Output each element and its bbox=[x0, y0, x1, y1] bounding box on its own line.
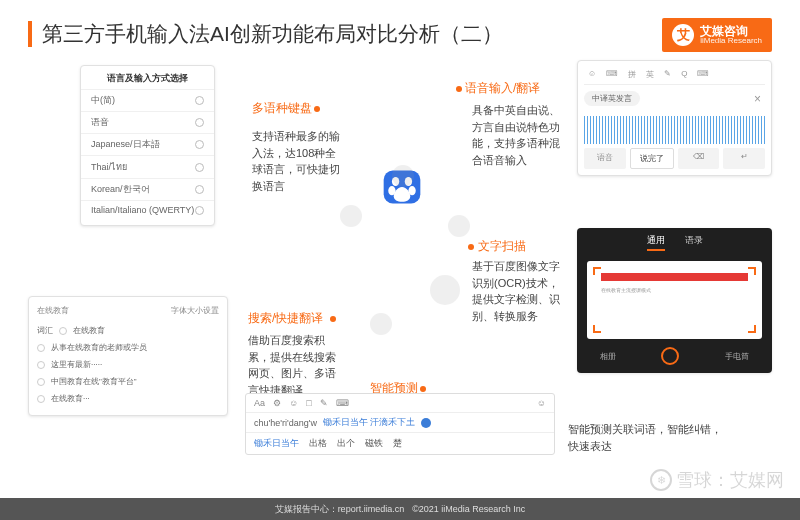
icon[interactable]: Aa bbox=[254, 398, 265, 408]
list-item[interactable]: 语音 bbox=[81, 111, 214, 133]
brand-en: iiMedia Research bbox=[700, 37, 762, 45]
radio-icon[interactable] bbox=[195, 206, 204, 215]
footer: 艾媒报告中心：report.iimedia.cn ©2021 iiMedia R… bbox=[0, 498, 800, 520]
tab-general[interactable]: 通用 bbox=[647, 234, 665, 251]
candidate-item[interactable]: 楚 bbox=[393, 437, 402, 450]
feature-search-label: 搜索/快捷翻译 bbox=[248, 310, 323, 327]
icon[interactable]: □ bbox=[306, 398, 311, 408]
dot-icon bbox=[456, 86, 462, 92]
candidate-item[interactable]: 出个 bbox=[337, 437, 355, 450]
network-graphic bbox=[340, 165, 470, 335]
feature-voice-desc: 具备中英自由说、方言自由说特色功能，支持多语种混合语音输入 bbox=[472, 102, 562, 168]
tab-emoji-icon[interactable]: ☺ bbox=[588, 69, 596, 80]
list-item[interactable]: 中(简) bbox=[81, 89, 214, 111]
feature-search-desc: 借助百度搜索积累，提供在线搜索网页、图片、多语言快捷翻译 bbox=[248, 332, 338, 398]
language-panel: 语言及输入方式选择 中(简) 语音 Japanese/日本語 Thai/ไทย … bbox=[80, 65, 215, 226]
brand-icon: 艾 bbox=[672, 24, 694, 46]
tab-keyboard-icon[interactable]: ⌨ bbox=[606, 69, 618, 80]
watermark: ❄ 雪球：艾媒网 bbox=[650, 468, 784, 492]
candidate-item[interactable]: 锄禾日当午 bbox=[254, 437, 299, 450]
dot-icon bbox=[330, 316, 336, 322]
suggestion-text[interactable]: 锄禾日当午 汗滴禾下土 bbox=[323, 416, 416, 429]
page-title: 第三方手机输入法AI创新功能布局对比分析（二） bbox=[42, 20, 503, 48]
radio-icon[interactable] bbox=[59, 327, 67, 335]
dot-icon bbox=[314, 106, 320, 112]
title-bar: 第三方手机输入法AI创新功能布局对比分析（二） bbox=[28, 20, 772, 48]
pinyin-text: chu'he'ri'dang'w bbox=[254, 418, 317, 428]
search-panel: 在线教育 字体大小设置 词汇在线教育 从事在线教育的老师或学员 这里有最新···… bbox=[28, 296, 228, 416]
list-item[interactable]: 在线教育··· bbox=[37, 390, 219, 407]
list-item[interactable]: Italian/Italiano (QWERTY) bbox=[81, 200, 214, 219]
list-item[interactable]: Korean/한국어 bbox=[81, 178, 214, 200]
tab-search-icon[interactable]: Q bbox=[681, 69, 687, 80]
col-label: 词汇 bbox=[37, 325, 53, 336]
shutter-button[interactable] bbox=[661, 347, 679, 365]
ocr-preview: 在线教育主流授课模式 bbox=[587, 261, 762, 339]
brand-badge: 艾 艾媒咨询 iiMedia Research bbox=[662, 18, 772, 52]
radio-icon[interactable] bbox=[195, 163, 204, 172]
feature-predict-desc: 智能预测关联词语，智能纠错，快速表达 bbox=[568, 421, 728, 454]
backspace-button[interactable]: ⌫ bbox=[678, 148, 720, 169]
keyboard-icon[interactable]: ⌨ bbox=[336, 398, 349, 408]
feature-voice-label: 语音输入/翻译 bbox=[465, 80, 540, 97]
list-item[interactable]: 这里有最新····· bbox=[37, 356, 219, 373]
tab-kb-icon[interactable]: ⌨ bbox=[697, 69, 709, 80]
title-accent bbox=[28, 21, 32, 47]
emoji-icon[interactable]: ☺ bbox=[289, 398, 298, 408]
feature-ocr-label: 文字扫描 bbox=[478, 238, 526, 255]
list-item[interactable]: Thai/ไทย bbox=[81, 155, 214, 178]
watermark-icon: ❄ bbox=[650, 469, 672, 491]
list-item[interactable]: 中国教育在线"教育平台" bbox=[37, 373, 219, 390]
tab-write-icon[interactable]: ✎ bbox=[664, 69, 671, 80]
content-area: 多语种键盘 支持语种最多的输入法，达108种全球语言，可快捷切换语言 语音输入/… bbox=[0, 60, 800, 490]
tab-quote[interactable]: 语录 bbox=[685, 234, 703, 251]
voice-panel: ☺ ⌨ 拼 英 ✎ Q ⌨ 中译英发言 × 语音 说完了 ⌫ ↵ bbox=[577, 60, 772, 176]
edit-icon[interactable]: ✎ bbox=[320, 398, 328, 408]
feature-multilang-desc: 支持语种最多的输入法，达108种全球语言，可快捷切换语言 bbox=[252, 128, 342, 194]
candidate-item[interactable]: 出格 bbox=[309, 437, 327, 450]
tab-left[interactable]: 在线教育 bbox=[37, 305, 69, 316]
ocr-preview-text: 在线教育主流授课模式 bbox=[601, 287, 748, 294]
dot-icon bbox=[420, 386, 426, 392]
ocr-panel: 通用 语录 在线教育主流授课模式 相册 手电筒 bbox=[577, 228, 772, 373]
emoji-icon[interactable]: ☺ bbox=[537, 398, 546, 408]
tab-english[interactable]: 英 bbox=[646, 69, 654, 80]
enter-button[interactable]: ↵ bbox=[723, 148, 765, 169]
feature-ocr-desc: 基于百度图像文字识别(OCR)技术，提供文字检测、识别、转换服务 bbox=[472, 258, 562, 324]
baidu-icon bbox=[421, 418, 431, 428]
album-icon[interactable]: 相册 bbox=[600, 351, 616, 362]
radio-icon[interactable] bbox=[195, 96, 204, 105]
flash-icon[interactable]: 手电筒 bbox=[725, 351, 749, 362]
list-item[interactable]: Japanese/日本語 bbox=[81, 133, 214, 155]
prediction-panel: Aa ⚙ ☺ □ ✎ ⌨ ☺ chu'he'ri'dang'w 锄禾日当午 汗滴… bbox=[245, 393, 555, 455]
footer-left: 艾媒报告中心：report.iimedia.cn bbox=[275, 503, 405, 516]
gear-icon[interactable]: ⚙ bbox=[273, 398, 281, 408]
list-item[interactable]: 从事在线教育的老师或学员 bbox=[37, 339, 219, 356]
waveform-icon bbox=[584, 116, 765, 144]
tab-pinyin[interactable]: 拼 bbox=[628, 69, 636, 80]
voice-btn[interactable]: 语音 bbox=[584, 148, 626, 169]
dot-icon bbox=[468, 244, 474, 250]
tab-right[interactable]: 字体大小设置 bbox=[171, 305, 219, 316]
radio-icon[interactable] bbox=[195, 118, 204, 127]
feature-multilang-label: 多语种键盘 bbox=[252, 100, 312, 117]
voice-mode-pill[interactable]: 中译英发言 bbox=[584, 91, 640, 106]
close-icon[interactable]: × bbox=[754, 92, 765, 106]
radio-icon[interactable] bbox=[195, 140, 204, 149]
radio-icon[interactable] bbox=[195, 185, 204, 194]
language-panel-header: 语言及输入方式选择 bbox=[81, 72, 214, 89]
candidate-item[interactable]: 磁铁 bbox=[365, 437, 383, 450]
footer-right: ©2021 iiMedia Research Inc bbox=[412, 504, 525, 514]
done-button[interactable]: 说完了 bbox=[630, 148, 674, 169]
